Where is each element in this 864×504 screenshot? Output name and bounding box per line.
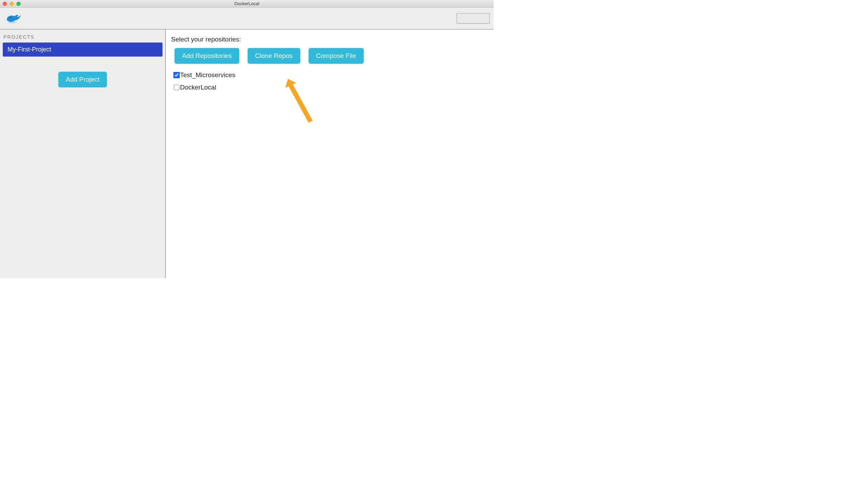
window-close-button[interactable] [3, 2, 7, 6]
main-panel: Select your repositories: Add Repositori… [166, 29, 494, 278]
svg-point-0 [10, 17, 11, 18]
window-traffic-lights [0, 2, 21, 6]
window-titlebar: DockerLocal [0, 0, 494, 8]
app-body: PROJECTS My-First-Project Add Project Se… [0, 29, 494, 278]
toolbar-placeholder-button[interactable] [457, 13, 490, 24]
whale-icon [5, 12, 21, 25]
repository-checkbox[interactable] [174, 85, 179, 90]
window-minimize-button[interactable] [10, 2, 14, 6]
sidebar-project-label: My-First-Project [8, 46, 51, 53]
sidebar-heading: PROJECTS [0, 34, 165, 43]
compose-file-button[interactable]: Compose File [309, 48, 364, 64]
repository-label: DockerLocal [180, 84, 216, 91]
repository-label: Test_Microservices [180, 71, 236, 79]
window-maximize-button[interactable] [16, 2, 21, 6]
svg-point-1 [8, 22, 17, 23]
main-heading: Select your repositories: [171, 36, 488, 43]
add-repositories-button[interactable]: Add Repositories [175, 48, 239, 64]
repository-item[interactable]: DockerLocal [174, 84, 488, 91]
sidebar: PROJECTS My-First-Project Add Project [0, 29, 166, 278]
window-title: DockerLocal [235, 1, 259, 6]
repository-item[interactable]: Test_Microservices [174, 71, 488, 79]
action-row: Add Repositories Clone Repos Compose Fil… [175, 48, 488, 64]
app-logo [4, 12, 21, 25]
clone-repos-button[interactable]: Clone Repos [248, 48, 300, 64]
repository-checkbox[interactable] [174, 72, 179, 78]
repository-list: Test_Microservices DockerLocal [174, 71, 488, 91]
app-toolbar [0, 8, 494, 29]
sidebar-project-item[interactable]: My-First-Project [3, 43, 163, 57]
add-project-button[interactable]: Add Project [58, 72, 107, 87]
